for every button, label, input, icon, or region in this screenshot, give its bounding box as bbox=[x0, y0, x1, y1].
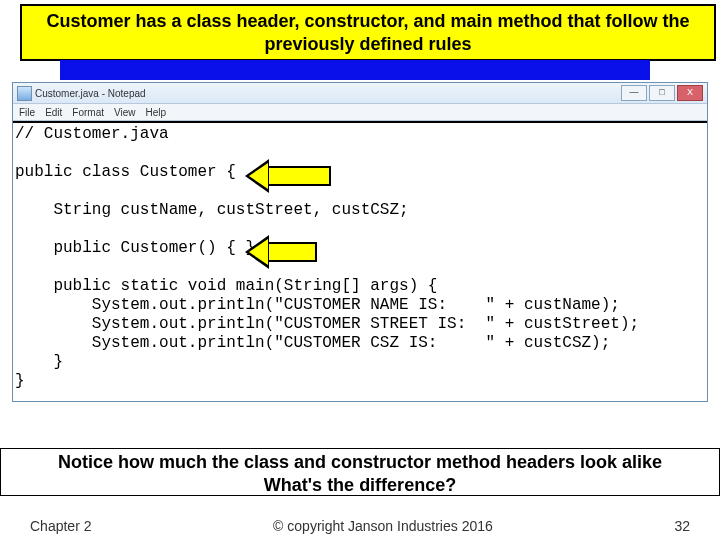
arrow-left-icon bbox=[245, 159, 269, 193]
menu-help[interactable]: Help bbox=[146, 107, 167, 118]
footer-right: 32 bbox=[674, 518, 690, 534]
title-banner: Customer has a class header, constructor… bbox=[20, 4, 716, 61]
bottom-line2: What's the difference? bbox=[1, 474, 719, 497]
maximize-button[interactable]: □ bbox=[649, 85, 675, 101]
arrow-tail bbox=[267, 242, 317, 262]
close-button[interactable]: X bbox=[677, 85, 703, 101]
notepad-icon bbox=[17, 86, 32, 101]
footer-center: © copyright Janson Industries 2016 bbox=[273, 518, 493, 534]
bottom-callout: Notice how much the class and constructo… bbox=[0, 448, 720, 496]
title-text: Customer has a class header, constructor… bbox=[46, 11, 689, 54]
minimize-button[interactable]: — bbox=[621, 85, 647, 101]
bottom-line1: Notice how much the class and constructo… bbox=[1, 451, 719, 474]
footer-left: Chapter 2 bbox=[30, 518, 91, 534]
notepad-body[interactable]: // Customer.java public class Customer {… bbox=[13, 121, 707, 401]
arrow-left-icon bbox=[245, 235, 269, 269]
notepad-window: Customer.java - Notepad — □ X File Edit … bbox=[12, 82, 708, 402]
slide-footer: Chapter 2 © copyright Janson Industries … bbox=[0, 518, 720, 534]
menu-view[interactable]: View bbox=[114, 107, 136, 118]
arrow-tail bbox=[267, 166, 331, 186]
menu-file[interactable]: File bbox=[19, 107, 35, 118]
notepad-title: Customer.java - Notepad bbox=[13, 88, 146, 99]
menu-edit[interactable]: Edit bbox=[45, 107, 62, 118]
notepad-menubar: File Edit Format View Help bbox=[13, 104, 707, 121]
source-code: // Customer.java public class Customer {… bbox=[15, 125, 639, 391]
window-controls: — □ X bbox=[621, 85, 703, 101]
arrow-class-header bbox=[267, 166, 331, 186]
arrow-constructor-header bbox=[267, 242, 317, 262]
blue-accent-bar bbox=[60, 60, 650, 80]
menu-format[interactable]: Format bbox=[72, 107, 104, 118]
notepad-titlebar[interactable]: Customer.java - Notepad — □ X bbox=[13, 83, 707, 104]
